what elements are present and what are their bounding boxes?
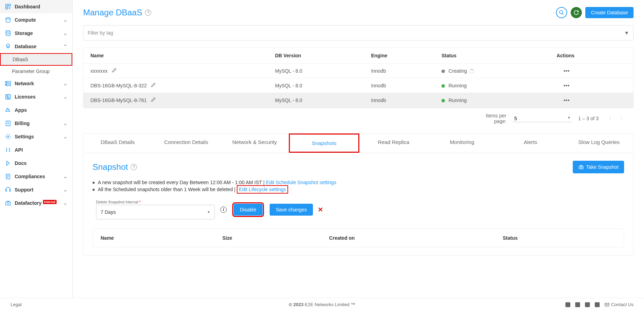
db-engine: Innodb <box>364 93 434 108</box>
tab-slow-log-queries[interactable]: Slow Log Queries <box>565 133 633 153</box>
nav-datafactory[interactable]: DatafactoryInternal ⌄ <box>0 196 72 210</box>
nav-sub-parameter-group[interactable]: Parameter Group <box>0 66 72 77</box>
nav-compliances[interactable]: Compliances ⌄ <box>0 170 72 183</box>
info-icon[interactable]: i <box>220 207 227 213</box>
help-icon[interactable]: ? <box>131 164 137 170</box>
db-name: DBS-16GB-MySQL-8-761 <box>90 97 147 103</box>
nav-dashboard[interactable]: Dashboard <box>0 0 72 13</box>
refresh-button[interactable] <box>571 7 582 18</box>
help-icon[interactable]: ? <box>145 9 151 16</box>
nav-api[interactable]: API <box>0 143 72 157</box>
db-status: Running <box>448 83 467 88</box>
svg-rect-10 <box>7 95 8 96</box>
edit-lifecycle-link[interactable]: Edit Lifecycle settings <box>237 185 288 194</box>
nav-billing[interactable]: Billing ⌄ <box>0 117 72 130</box>
nav-support[interactable]: Support ⌄ <box>0 183 72 196</box>
tab-read-replica[interactable]: Read Replica <box>359 133 428 153</box>
search-button[interactable] <box>556 7 567 18</box>
save-changes-button[interactable]: Save changes <box>270 204 313 216</box>
nav-label: Database <box>15 44 63 49</box>
sidebar: Dashboard Compute ⌄ Storage ⌄ Database ⌃… <box>0 0 73 311</box>
copyright: © 2023 E2E Networks Limited ™ <box>289 302 355 307</box>
chevron-down-icon: ⌄ <box>63 81 67 86</box>
svg-point-12 <box>7 136 9 138</box>
nav-apps[interactable]: Apps <box>0 103 72 117</box>
db-version: MySQL - 8.0 <box>268 78 364 93</box>
nav-label: Compliances <box>15 174 63 179</box>
lifecycle-info: All the Scheduled snapshots older than 1… <box>93 187 624 192</box>
edit-schedule-link[interactable]: Edit Schedule Snapshot settings <box>266 180 336 185</box>
interval-select[interactable]: 7 Days <box>96 205 215 219</box>
nav-settings[interactable]: Settings ⌄ <box>0 130 72 143</box>
nav-label: Compute <box>15 17 63 23</box>
snap-col-size: Size <box>215 229 322 247</box>
tabs: DBaaS DetailsConnection DetailsNetwork &… <box>83 133 634 153</box>
more-actions-button[interactable]: ••• <box>564 97 570 103</box>
nav-storage[interactable]: Storage ⌄ <box>0 27 72 40</box>
rss-icon[interactable] <box>595 302 600 307</box>
db-version: MySQL - 8.0 <box>268 64 364 78</box>
snap-col-name: Name <box>93 229 215 247</box>
svg-rect-1 <box>9 4 10 6</box>
items-per-page-select[interactable]: 5 <box>513 115 572 122</box>
snapshot-table: Name Size Created on Status <box>93 229 624 247</box>
nav-licenses[interactable]: Licenses ⌄ <box>0 90 72 103</box>
tab-connection-details[interactable]: Connection Details <box>152 133 220 153</box>
svg-point-7 <box>6 82 7 82</box>
table-row[interactable]: DBS-16GB-MySQL-8-322 MySQL - 8.0 Innodb … <box>83 78 633 93</box>
tab-snapshots[interactable]: Snapshots <box>289 133 359 153</box>
internal-badge: Internal <box>43 200 57 204</box>
take-snapshot-button[interactable]: Take Snapshot <box>573 161 624 173</box>
filter-input[interactable] <box>88 30 624 36</box>
gear-icon <box>5 133 11 140</box>
snap-col-status: Status <box>495 229 624 247</box>
more-actions-button[interactable]: ••• <box>564 68 570 74</box>
filter-dropdown-icon[interactable]: ▼ <box>624 30 629 36</box>
tab-dbaas-details[interactable]: DBaaS Details <box>83 133 152 153</box>
tab-network-security[interactable]: Network & Security <box>220 133 289 153</box>
datafactory-icon <box>5 200 11 206</box>
tab-alerts[interactable]: Alerts <box>496 133 565 153</box>
more-actions-button[interactable]: ••• <box>564 83 570 88</box>
nav-label: Support <box>15 187 63 193</box>
nav-label: Docs <box>15 160 67 166</box>
disable-button[interactable]: Disable <box>234 204 263 216</box>
edit-icon[interactable] <box>151 82 156 87</box>
apps-icon <box>5 107 11 113</box>
legal-link[interactable]: Legal <box>10 302 22 307</box>
db-name: DBS-16GB-MySQL-8-322 <box>90 83 147 88</box>
tab-monitoring[interactable]: Monitoring <box>428 133 496 153</box>
status-dot <box>441 70 445 73</box>
svg-point-4 <box>6 31 10 32</box>
twitter-icon[interactable] <box>585 302 590 307</box>
facebook-icon[interactable] <box>575 302 580 307</box>
filter-bar[interactable]: ▼ <box>83 25 634 41</box>
status-dot <box>441 84 445 88</box>
db-name: xxxxxxx <box>90 68 108 74</box>
compute-icon <box>5 17 11 23</box>
create-database-button[interactable]: Create Database <box>585 7 634 18</box>
nav-database[interactable]: Database ⌃ <box>0 40 72 53</box>
nav-sub-label: DBaaS <box>13 57 28 62</box>
database-table: Name DB Version Engine Status Actions xx… <box>83 48 634 108</box>
col-version: DB Version <box>268 48 364 64</box>
nav-sub-dbaas[interactable]: DBaaS <box>0 53 72 66</box>
table-row[interactable]: xxxxxxx MySQL - 8.0 Innodb Creating ••• <box>83 64 633 78</box>
pagination-range: 1 – 3 of 3 <box>578 116 599 121</box>
nav-compute[interactable]: Compute ⌄ <box>0 13 72 27</box>
nav-docs[interactable]: Docs <box>0 157 72 170</box>
next-page-button[interactable]: 〉 <box>619 115 627 122</box>
table-row[interactable]: DBS-16GB-MySQL-8-761 MySQL - 8.0 Innodb … <box>83 93 633 108</box>
nav-network[interactable]: Network ⌄ <box>0 77 72 90</box>
db-version: MySQL - 8.0 <box>268 93 364 108</box>
contact-us-link[interactable]: Contact Us <box>605 302 634 307</box>
page-title: Manage DBaaS ? <box>83 8 151 17</box>
edit-icon[interactable] <box>112 68 117 73</box>
edit-icon[interactable] <box>151 97 156 102</box>
close-icon[interactable]: ✕ <box>318 206 323 214</box>
prev-page-button[interactable]: 〈 <box>605 115 613 122</box>
chevron-down-icon: ⌄ <box>63 94 67 100</box>
col-engine: Engine <box>364 48 434 64</box>
chevron-down-icon: ⌄ <box>63 174 67 179</box>
linkedin-icon[interactable] <box>565 302 570 307</box>
